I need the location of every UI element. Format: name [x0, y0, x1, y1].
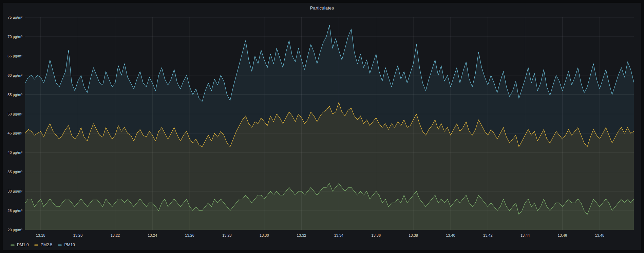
- x-tick-label: 13:46: [558, 233, 567, 237]
- y-tick-label: 70 µg/m³: [7, 35, 22, 39]
- panel-header[interactable]: Particulates: [3, 3, 641, 13]
- x-tick-label: 13:30: [260, 233, 269, 237]
- time-series-chart[interactable]: 20 µg/m³25 µg/m³30 µg/m³35 µg/m³40 µg/m³…: [3, 3, 642, 251]
- legend-label-pm1-0: PM1.0: [17, 242, 29, 247]
- y-tick-label: 45 µg/m³: [7, 131, 22, 135]
- legend-swatch-pm10: [58, 245, 62, 246]
- y-tick-label: 25 µg/m³: [7, 209, 22, 213]
- legend-item-pm10[interactable]: PM10: [58, 242, 75, 247]
- x-tick-label: 13:26: [185, 233, 194, 237]
- x-tick-label: 13:20: [73, 233, 83, 237]
- legend-item-pm2-5[interactable]: PM2.5: [34, 242, 53, 247]
- x-tick-label: 13:34: [334, 233, 344, 237]
- x-tick-label: 13:42: [483, 233, 493, 237]
- legend-swatch-pm1-0: [11, 245, 15, 246]
- y-tick-label: 30 µg/m³: [7, 189, 22, 193]
- panel-title: Particulates: [310, 5, 334, 11]
- x-tick-label: 13:22: [111, 233, 120, 237]
- x-tick-label: 13:48: [595, 233, 605, 237]
- y-tick-label: 60 µg/m³: [7, 73, 22, 77]
- x-tick-label: 13:38: [409, 233, 418, 237]
- legend-label-pm10: PM10: [64, 242, 75, 247]
- legend-swatch-pm2-5: [34, 245, 38, 246]
- x-tick-label: 13:40: [446, 233, 455, 237]
- x-tick-label: 13:44: [520, 233, 530, 237]
- x-tick-label: 13:18: [36, 233, 45, 237]
- y-tick-label: 20 µg/m³: [7, 228, 22, 232]
- x-tick-label: 13:28: [222, 233, 232, 237]
- x-tick-label: 13:32: [297, 233, 306, 237]
- x-tick-label: 13:24: [148, 233, 157, 237]
- particulates-panel: 20 µg/m³25 µg/m³30 µg/m³35 µg/m³40 µg/m³…: [3, 3, 641, 250]
- legend: PM1.0 PM2.5 PM10: [11, 242, 75, 247]
- y-tick-label: 65 µg/m³: [7, 54, 22, 58]
- y-tick-label: 55 µg/m³: [7, 93, 22, 97]
- x-tick-label: 13:36: [372, 233, 381, 237]
- y-tick-label: 50 µg/m³: [7, 112, 22, 116]
- y-tick-label: 35 µg/m³: [7, 170, 22, 174]
- legend-item-pm1-0[interactable]: PM1.0: [11, 242, 29, 247]
- y-tick-label: 40 µg/m³: [7, 150, 22, 155]
- y-tick-label: 75 µg/m³: [7, 15, 22, 19]
- legend-label-pm2-5: PM2.5: [41, 242, 53, 247]
